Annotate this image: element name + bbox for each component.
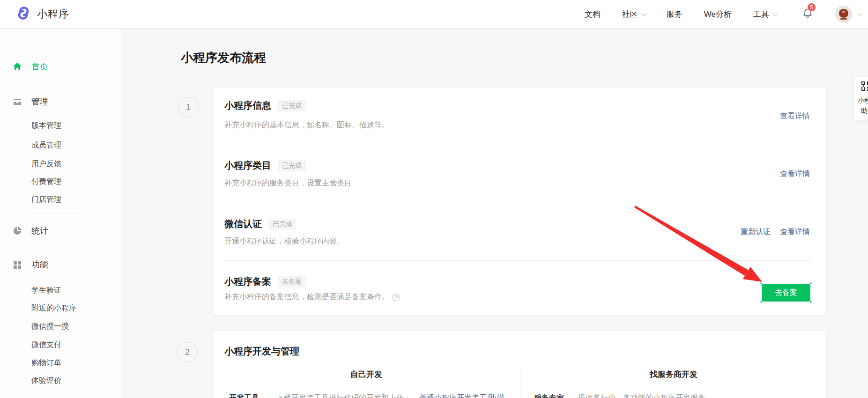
sidebar-item-member-manage[interactable]: 成员管理	[31, 139, 61, 151]
reverify-link[interactable]: 重新认证	[741, 227, 771, 236]
status-badge: 未备案	[278, 276, 306, 287]
row-description: 开通小程序认证，核验小程序内容。	[224, 236, 344, 246]
sidebar-group-manage[interactable]: 管理	[0, 95, 121, 108]
status-badge: 已完成	[278, 160, 306, 171]
sidebar-group-statistics[interactable]: 统计	[0, 224, 121, 237]
selection-handle	[760, 301, 763, 303]
go-file-icp-button[interactable]: 去备案	[762, 284, 810, 302]
sidebar-divider	[31, 83, 87, 83]
account-avatar[interactable]	[835, 6, 852, 22]
row-miniprogram-icp-filing: 小程序备案 未备案 补充小程序的备案信息，检测是否满足备案条件。 ?	[213, 260, 826, 316]
notification-bell[interactable]: 5	[801, 7, 814, 21]
row-description: 补充小程序的服务类目，设置主营类目	[224, 178, 352, 188]
dev-tools-label: 开发工具	[229, 393, 259, 398]
develop-manage-card: 小程序开发与管理 自己开发 找服务商开发 开发工具 下载开发者工具进行代码的开发…	[212, 331, 827, 398]
sidebar-item-user-feedback[interactable]: 用户反馈	[31, 158, 61, 170]
grid-icon	[13, 260, 22, 269]
help-question-icon[interactable]: ?	[393, 294, 400, 301]
view-details-link[interactable]: 查看详情	[780, 227, 810, 236]
sidebar-item-wechat-pay[interactable]: 微信支付	[31, 339, 61, 351]
row-wechat-verification: 微信认证 已完成 开通小程序认证，核验小程序内容。 重新认证 查看详情	[213, 203, 826, 260]
devtools-link[interactable]: 普通小程序开发者工具	[419, 393, 494, 398]
dev-tools-desc: 下载开发者工具进行代码的开发和上传：	[276, 393, 411, 398]
sidebar-item-version-manage[interactable]: 版本管理	[31, 119, 61, 132]
service-expert-label: 服务专家	[534, 393, 564, 398]
sidebar-item-experience-rating[interactable]: 体验评价	[31, 375, 61, 387]
selection-handle	[809, 282, 812, 285]
chevron-down-icon	[641, 11, 646, 16]
sidebar-item-shopping-orders[interactable]: 购物订单	[31, 357, 61, 369]
app-title: 小程序	[37, 7, 69, 21]
sidebar-item-payment-manage[interactable]: 付费管理	[31, 176, 61, 188]
card2-title: 小程序开发与管理	[224, 345, 299, 358]
sidebar-item-store-manage[interactable]: 门店管理	[31, 193, 61, 206]
pie-chart-icon	[13, 226, 22, 236]
sidebar-group-features[interactable]: 功能	[0, 258, 121, 271]
nav-services[interactable]: 服务	[667, 9, 683, 20]
header-nav: 文档 社区 服务 We分析 工具	[585, 9, 776, 20]
selection-handle	[809, 301, 812, 303]
step-1-circle: 1	[178, 97, 199, 118]
row-description: 补充小程序的备案信息，检测是否满足备案条件。	[224, 292, 389, 302]
row-title: 小程序信息	[224, 99, 271, 112]
view-details-link[interactable]: 查看详情	[780, 111, 810, 121]
inbox-icon	[13, 97, 22, 106]
status-badge: 已完成	[278, 100, 306, 111]
sidebar-item-home[interactable]: 首页	[0, 60, 121, 73]
row-title: 小程序类目	[224, 159, 271, 172]
view-details-link[interactable]: 查看详情	[780, 169, 810, 179]
sidebar-item-wechat-search[interactable]: 微信搜一搜	[31, 320, 69, 332]
nav-we-analytics[interactable]: We分析	[704, 9, 732, 20]
sidebar-item-student-verify[interactable]: 学生验证	[31, 284, 61, 296]
row-description: 补充小程序的基本信息，如名称、图标、描述等。	[224, 120, 389, 130]
service-expert-desc: 提供各行业、各功能的小程序开发服务	[578, 393, 705, 398]
widget-label: 小程序 助手	[855, 95, 868, 116]
top-header: 小程序 文档 社区 服务 We分析 工具 5	[0, 0, 868, 29]
row-miniprogram-info: 小程序信息 已完成 补充小程序的基本信息，如名称、图标、描述等。 查看详情	[213, 88, 826, 145]
app-logo[interactable]: 小程序	[15, 5, 69, 23]
publish-flow-card: 小程序信息 已完成 补充小程序的基本信息，如名称、图标、描述等。 查看详情 小程…	[212, 87, 827, 316]
home-icon	[13, 62, 22, 71]
sidebar-divider	[31, 247, 87, 247]
minigame-link[interactable]: 小游	[490, 393, 504, 398]
qr-code-icon	[861, 81, 868, 93]
row-miniprogram-category: 小程序类目 已完成 补充小程序的服务类目，设置主营类目 查看详情	[213, 145, 826, 203]
nav-tools[interactable]: 工具	[753, 9, 776, 20]
column-header-self-develop: 自己开发	[213, 369, 520, 380]
sidebar: 首页 管理 版本管理 成员管理 用户反馈 付费管理 门店管理 统计	[0, 29, 121, 398]
bell-icon	[801, 13, 814, 21]
chevron-down-icon	[772, 11, 778, 16]
card2-bottom-row: 开发工具 下载开发者工具进行代码的开发和上传： 普通小程序开发者工具 小游 服务…	[213, 393, 826, 398]
nav-docs[interactable]: 文档	[585, 9, 601, 20]
page-title: 小程序发布流程	[181, 50, 266, 66]
miniprogram-logo-icon	[15, 5, 31, 23]
selection-handle	[760, 282, 763, 285]
notification-badge: 5	[807, 3, 816, 12]
sidebar-divider	[31, 213, 87, 214]
account-chevron-down-icon[interactable]	[858, 11, 863, 16]
nav-community[interactable]: 社区	[622, 9, 645, 20]
step-2-circle: 2	[177, 342, 198, 362]
row-title: 小程序备案	[224, 275, 271, 288]
status-badge: 已完成	[268, 219, 297, 230]
row-title: 微信认证	[224, 218, 262, 230]
column-header-find-provider: 找服务商开发	[520, 369, 827, 380]
miniprogram-assistant-widget[interactable]: 小程序 助手	[854, 77, 868, 120]
sidebar-item-nearby-miniprogram[interactable]: 附近的小程序	[31, 302, 76, 314]
